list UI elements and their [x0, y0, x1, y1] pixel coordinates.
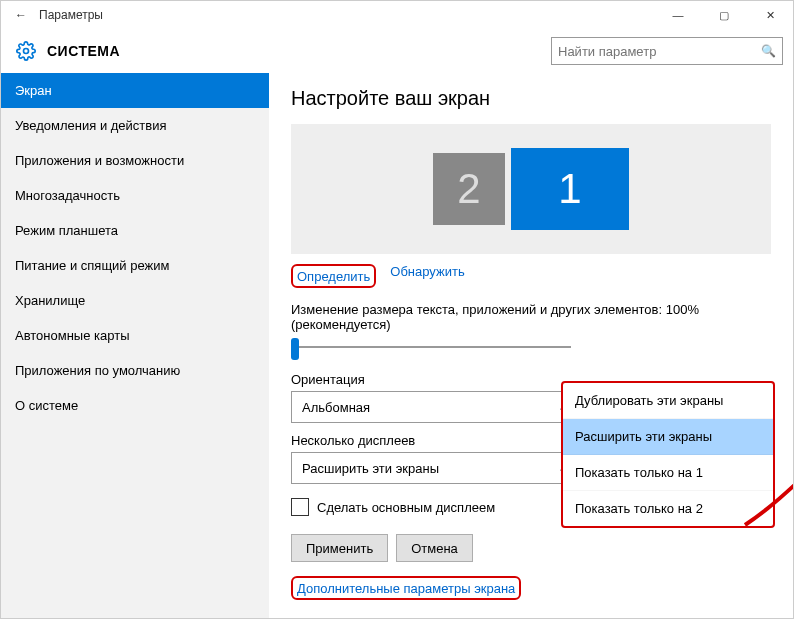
orientation-value: Альбомная [302, 400, 370, 415]
scale-slider[interactable] [291, 336, 571, 360]
multidisplay-option-3[interactable]: Показать только на 2 [563, 491, 773, 526]
search-icon: 🔍 [761, 44, 776, 58]
multidisplay-dropdown[interactable]: Дублировать эти экраныРасширить эти экра… [561, 381, 775, 528]
make-primary-label: Сделать основным дисплеем [317, 500, 495, 515]
slider-thumb[interactable] [291, 338, 299, 360]
orientation-select[interactable]: Альбомная ⌄ [291, 391, 577, 423]
svg-point-0 [24, 49, 29, 54]
display-2[interactable]: 2 [433, 153, 505, 225]
display-arrangement[interactable]: 21 [291, 124, 771, 254]
apply-button[interactable]: Применить [291, 534, 388, 562]
sidebar-item-8[interactable]: Приложения по умолчанию [1, 353, 269, 388]
maximize-button[interactable]: ▢ [701, 1, 747, 29]
minimize-button[interactable]: — [655, 1, 701, 29]
window-title: Параметры [39, 8, 103, 22]
advanced-highlight: Дополнительные параметры экрана [291, 576, 521, 600]
identify-highlight: Определить [291, 264, 376, 288]
sidebar: ЭкранУведомления и действияПриложения и … [1, 73, 269, 619]
sidebar-item-5[interactable]: Питание и спящий режим [1, 248, 269, 283]
back-icon[interactable]: ← [9, 8, 33, 22]
sidebar-item-2[interactable]: Приложения и возможности [1, 143, 269, 178]
sidebar-item-0[interactable]: Экран [1, 73, 269, 108]
cancel-button[interactable]: Отмена [396, 534, 473, 562]
sidebar-item-4[interactable]: Режим планшета [1, 213, 269, 248]
scale-label: Изменение размера текста, приложений и д… [291, 302, 771, 332]
section-title: СИСТЕМА [47, 43, 120, 59]
multidisplay-option-2[interactable]: Показать только на 1 [563, 455, 773, 491]
content-panel: Настройте ваш экран 21 Определить Обнару… [269, 73, 793, 619]
close-button[interactable]: ✕ [747, 1, 793, 29]
display-1[interactable]: 1 [511, 148, 629, 230]
sidebar-item-7[interactable]: Автономные карты [1, 318, 269, 353]
multidisplay-select[interactable]: Расширить эти экраны ⌄ [291, 452, 577, 484]
multidisplay-option-0[interactable]: Дублировать эти экраны [563, 383, 773, 419]
slider-track [291, 346, 571, 348]
multidisplay-option-1[interactable]: Расширить эти экраны [563, 419, 773, 455]
gear-icon [15, 40, 37, 62]
window-controls: — ▢ ✕ [655, 1, 793, 29]
make-primary-checkbox[interactable] [291, 498, 309, 516]
advanced-settings-link[interactable]: Дополнительные параметры экрана [297, 581, 515, 596]
sidebar-item-3[interactable]: Многозадачность [1, 178, 269, 213]
sidebar-item-9[interactable]: О системе [1, 388, 269, 423]
sidebar-item-6[interactable]: Хранилище [1, 283, 269, 318]
detect-link[interactable]: Обнаружить [390, 264, 464, 288]
multidisplay-value: Расширить эти экраны [302, 461, 439, 476]
page-heading: Настройте ваш экран [291, 87, 771, 110]
search-input[interactable] [558, 44, 761, 59]
sidebar-item-1[interactable]: Уведомления и действия [1, 108, 269, 143]
settings-header: СИСТЕМА 🔍 [1, 29, 793, 73]
identify-link[interactable]: Определить [297, 269, 370, 284]
search-box[interactable]: 🔍 [551, 37, 783, 65]
window-titlebar: ← Параметры — ▢ ✕ [1, 1, 793, 29]
